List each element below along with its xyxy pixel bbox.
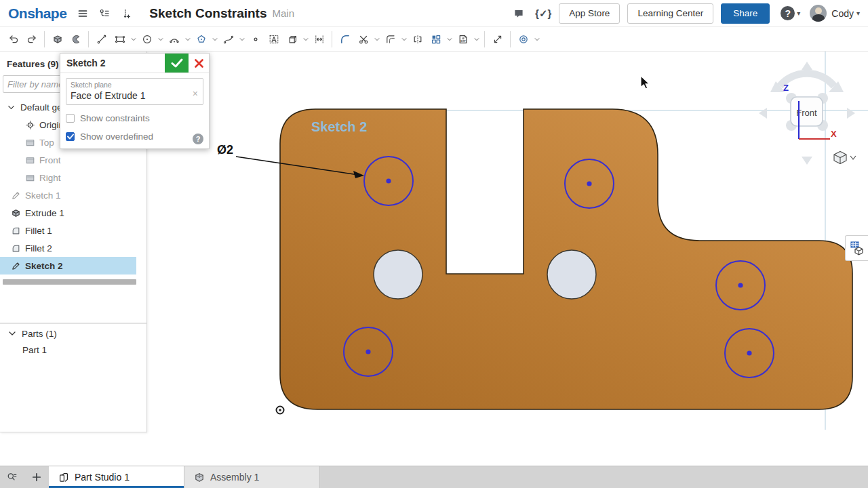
axis-z-label: Z (783, 83, 789, 93)
extrude-tool-icon[interactable] (48, 29, 66, 49)
chevron-down-icon[interactable] (301, 29, 310, 49)
revolve-tool-icon[interactable] (66, 29, 85, 49)
chevron-down-icon[interactable] (156, 29, 165, 49)
configuration-flyout-tab[interactable] (845, 235, 868, 261)
feature-script-icon[interactable]: {✓} (535, 7, 551, 20)
sketch-circle-center-point[interactable] (386, 178, 391, 183)
chevron-down-icon[interactable] (532, 29, 541, 49)
undo-icon[interactable] (4, 29, 22, 49)
app-store-button[interactable]: App Store (559, 3, 620, 24)
axis-x-label: X (831, 129, 837, 139)
toolbar-separator (510, 31, 511, 47)
sketch-circle-center-point[interactable] (747, 350, 751, 355)
feature-label: Extrude 1 (25, 208, 64, 218)
line-tool-icon[interactable] (92, 29, 111, 49)
document-title[interactable]: Sketch Constraints (149, 6, 267, 21)
mirror-tool-icon[interactable] (408, 29, 427, 49)
fillet-tool-icon[interactable] (336, 29, 354, 49)
chevron-down-icon[interactable] (399, 29, 408, 49)
sketch-dialog-body: Sketch plane Face of Extrude 1 × Show co… (60, 73, 209, 148)
feature-tree-item-fillet-2[interactable]: Fillet 2 (0, 239, 136, 257)
redo-icon[interactable] (22, 29, 41, 49)
parts-header-row[interactable]: Parts (1) (0, 325, 146, 342)
sketch-circle-center-point[interactable] (587, 181, 591, 186)
feature-tree-item-sketch-1[interactable]: Sketch 1 (0, 186, 136, 204)
offset-tool-icon[interactable] (381, 29, 399, 49)
polygon-tool-icon[interactable] (192, 29, 210, 49)
chevron-down-icon[interactable] (210, 29, 219, 49)
chevron-down-icon[interactable] (372, 29, 381, 49)
project-tool-icon[interactable] (283, 29, 301, 49)
tab-search-icon[interactable] (0, 466, 24, 488)
extrude-feature-icon (10, 208, 21, 218)
user-name[interactable]: Cody (831, 8, 854, 19)
chevron-down-icon[interactable] (445, 29, 454, 49)
checkbox-row-show-overdefined[interactable]: Show overdefined (66, 131, 203, 142)
spline-tool-icon[interactable] (219, 29, 237, 49)
view-mode-button[interactable] (834, 152, 856, 164)
origin-marker[interactable] (277, 407, 284, 414)
chevron-down-icon[interactable] (129, 29, 138, 49)
versions-icon[interactable] (99, 8, 110, 19)
tab-label: Assembly 1 (210, 472, 259, 483)
sketch-circle-center-point[interactable] (738, 283, 743, 287)
view-cube[interactable]: Front Z X (759, 62, 855, 165)
chevron-down-icon[interactable] (472, 29, 481, 49)
main-menu-icon[interactable] (77, 8, 88, 19)
insert-new-icon[interactable] (121, 8, 132, 19)
learning-center-button[interactable]: Learning Center (627, 3, 713, 24)
feature-tree-item-extrude-1[interactable]: Extrude 1 (0, 204, 136, 222)
cancel-button[interactable] (189, 54, 209, 73)
measure-tool-icon[interactable] (488, 29, 507, 49)
trim-tool-icon[interactable] (354, 29, 372, 49)
toolbar-separator (332, 31, 332, 47)
feature-tree-item-fillet-1[interactable]: Fillet 1 (0, 222, 136, 239)
feature-tree-item-front[interactable]: Front (0, 151, 136, 169)
through-hole[interactable] (547, 250, 596, 299)
feature-tree-item-sketch-2[interactable]: Sketch 2 (0, 257, 136, 274)
part-list-item[interactable]: Part 1 (0, 342, 146, 358)
pattern-tool-icon[interactable] (427, 29, 445, 49)
onshape-logo[interactable]: Onshape (8, 5, 66, 22)
document-tab-bar: Part Studio 1Assembly 1 (0, 466, 868, 488)
dimension-tool-icon[interactable] (310, 29, 328, 49)
point-tool-icon[interactable] (246, 29, 264, 49)
checkbox-unchecked-icon[interactable] (66, 114, 75, 123)
feature-tree-item-right[interactable]: Right (0, 169, 136, 186)
chevron-down-icon (5, 102, 16, 113)
dialog-help-icon[interactable]: ? (193, 134, 203, 144)
circle-tool-icon[interactable] (138, 29, 156, 49)
accept-button[interactable] (165, 54, 189, 73)
sketch-plane-field[interactable]: Sketch plane Face of Extrude 1 × (66, 78, 203, 105)
feature-label: Right (39, 173, 61, 183)
svg-text:Ø2: Ø2 (217, 143, 233, 157)
help-button[interactable]: ? (781, 6, 795, 20)
checkbox-checked-icon[interactable] (66, 132, 75, 141)
sketch-plane-value: Face of Extrude 1 (71, 90, 199, 101)
add-tab-icon[interactable] (24, 466, 49, 488)
parts-header-label: Parts (1) (22, 329, 57, 339)
text-tool-icon[interactable] (264, 29, 283, 49)
chevron-down-icon[interactable] (237, 29, 246, 49)
plane-icon (24, 155, 35, 165)
arc-tool-icon[interactable] (165, 29, 183, 49)
chevron-down-icon[interactable] (183, 29, 192, 49)
share-button[interactable]: Share (721, 3, 770, 24)
sketch-circle-center-point[interactable] (366, 349, 370, 354)
parts-section: Parts (1) Part 1 (0, 325, 146, 358)
sketch-plane-label: Sketch plane (71, 81, 199, 89)
parts-divider (0, 323, 146, 324)
rollback-bar[interactable] (3, 279, 136, 285)
comments-icon[interactable] (513, 8, 524, 19)
workspace-name[interactable]: Main (273, 7, 295, 19)
tab-assembly-1[interactable]: Assembly 1 (184, 466, 320, 488)
construction-tool-icon[interactable] (514, 29, 532, 49)
through-hole[interactable] (374, 250, 422, 299)
toolbar-separator (44, 31, 45, 47)
avatar[interactable] (810, 5, 827, 22)
rectangle-tool-icon[interactable] (111, 29, 129, 49)
dxf-tool-icon[interactable]: DXF (454, 29, 472, 49)
tab-part-studio-1[interactable]: Part Studio 1 (49, 466, 184, 488)
clear-selection-icon[interactable]: × (193, 88, 198, 99)
checkbox-row-show-constraints[interactable]: Show constraints (66, 113, 203, 123)
